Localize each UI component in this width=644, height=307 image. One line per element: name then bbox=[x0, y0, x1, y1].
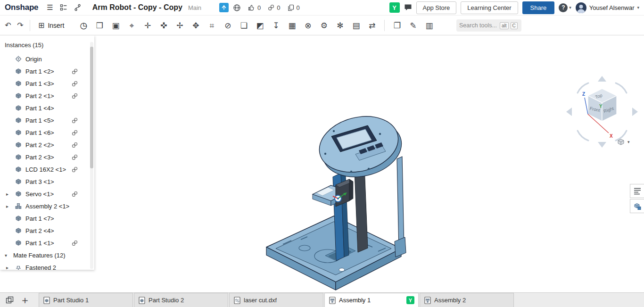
right-panel-parts-toggle[interactable] bbox=[630, 199, 644, 213]
collaborator-badge[interactable]: Y bbox=[389, 2, 400, 13]
like-button[interactable]: 0 bbox=[248, 4, 261, 11]
back-plate-part[interactable] bbox=[395, 157, 406, 257]
list-item[interactable]: Part 2 <4> bbox=[0, 224, 94, 237]
instance-label: Part 1 <1> bbox=[25, 240, 54, 247]
part-icon bbox=[15, 105, 22, 111]
add-tab-button[interactable]: + bbox=[19, 293, 31, 307]
motion-study-icon[interactable]: ✻ bbox=[333, 18, 347, 33]
workspace-name[interactable]: Main bbox=[188, 4, 201, 11]
export-icon[interactable]: ↧ bbox=[269, 18, 283, 33]
instance-label: Part 1 <3> bbox=[25, 80, 54, 87]
tab-assembly-1[interactable]: Assembly 1 Y bbox=[324, 293, 419, 307]
sheet-icon[interactable]: ▥ bbox=[422, 18, 436, 33]
rotate-right-arrow[interactable] bbox=[632, 108, 638, 116]
tab-manager-button[interactable] bbox=[3, 293, 17, 307]
view-options-button[interactable]: ▾ bbox=[616, 137, 630, 147]
section-view-icon[interactable]: ⊘ bbox=[221, 18, 235, 33]
list-item[interactable]: Part 2 <1> bbox=[0, 90, 94, 102]
list-item[interactable]: Part 1 <6> bbox=[0, 126, 94, 139]
mate-connector-icon[interactable]: ⌖ bbox=[124, 18, 139, 33]
link-icon bbox=[72, 166, 78, 173]
instance-label: Part 1 <7> bbox=[25, 215, 54, 222]
appearance-icon[interactable]: ◩ bbox=[253, 18, 267, 33]
panel-scrollbar-thumb[interactable] bbox=[90, 47, 93, 168]
measure-icon[interactable]: ⌗ bbox=[205, 18, 219, 33]
view-cube[interactable]: Top Front Right Z X Y bbox=[563, 73, 644, 151]
rotate-up-arrow[interactable] bbox=[598, 76, 606, 82]
document-panel-icon[interactable] bbox=[60, 4, 67, 11]
swap-instance-icon[interactable]: ⇄ bbox=[365, 18, 379, 33]
list-item[interactable]: Part 1 <1> bbox=[0, 237, 94, 249]
linked-documents-button[interactable]: 0 bbox=[268, 4, 280, 11]
list-item[interactable]: Part 1 <5> bbox=[0, 114, 94, 126]
chevron-down-icon: ▾ bbox=[627, 140, 630, 144]
arm-robot-model[interactable] bbox=[255, 113, 410, 297]
replicate-icon[interactable]: ▣ bbox=[108, 18, 123, 33]
drawing-icon[interactable]: ❐ bbox=[390, 18, 404, 33]
caret-right-icon[interactable]: ▸ bbox=[6, 191, 8, 197]
list-item-fastened[interactable]: ▸ Fastened 2 bbox=[0, 261, 94, 270]
gear-relation-icon[interactable]: ⚙ bbox=[317, 18, 331, 33]
list-item-servo[interactable]: ▸ Servo <1> bbox=[0, 188, 94, 200]
rack-pinion-icon[interactable]: ▤ bbox=[349, 18, 363, 33]
snap-mode-icon[interactable]: ✢ bbox=[173, 18, 187, 33]
insert-button[interactable]: ⊞ Insert bbox=[33, 18, 69, 33]
public-document-icon[interactable] bbox=[233, 4, 241, 12]
tab-part-studio-1[interactable]: Part Studio 1 bbox=[39, 293, 133, 307]
link-icon bbox=[268, 4, 274, 11]
link-icon bbox=[72, 130, 78, 136]
search-tools-box[interactable]: alt C bbox=[456, 19, 521, 32]
rotate-left-arrow[interactable] bbox=[566, 108, 572, 116]
tab-assembly-2[interactable]: Assembly 2 bbox=[420, 293, 514, 307]
servo-bracket-part[interactable] bbox=[313, 179, 353, 207]
main-menu-icon[interactable]: ☰ bbox=[47, 3, 53, 12]
app-store-button[interactable]: App Store bbox=[416, 1, 457, 14]
copies-button[interactable]: 0 bbox=[288, 4, 300, 11]
rotate-down-arrow[interactable] bbox=[598, 142, 606, 148]
chat-icon[interactable] bbox=[404, 4, 412, 11]
onshape-logo[interactable]: Onshape bbox=[5, 3, 38, 12]
interference-icon[interactable]: ⊗ bbox=[301, 18, 315, 33]
list-item-subassembly[interactable]: ▸ Assembly 2 <1> bbox=[0, 200, 94, 212]
head-part[interactable] bbox=[314, 113, 408, 185]
redo-button[interactable]: ↷ bbox=[14, 19, 26, 32]
user-menu-button[interactable]: Yousef Alsenwar ▾ bbox=[576, 2, 639, 13]
caret-right-icon[interactable]: ▸ bbox=[6, 204, 8, 209]
list-item[interactable]: Part 2 <2> bbox=[0, 139, 94, 151]
list-item[interactable]: Part 1 <7> bbox=[0, 212, 94, 224]
share-button[interactable]: Share bbox=[522, 1, 555, 14]
versions-history-icon[interactable] bbox=[74, 4, 81, 11]
rotate-icon[interactable]: ✜ bbox=[157, 18, 171, 33]
markup-icon[interactable]: ✎ bbox=[406, 18, 420, 33]
list-item-origin[interactable]: Origin bbox=[0, 53, 94, 65]
move-icon[interactable]: ✛ bbox=[140, 18, 155, 33]
list-item[interactable]: Part 1 <3> bbox=[0, 77, 94, 90]
collaboration-icon[interactable] bbox=[219, 3, 229, 12]
tab-laser-cut-dxf[interactable]: laser cut.dxf bbox=[229, 293, 323, 307]
mate-icon[interactable]: ◷ bbox=[76, 18, 91, 33]
list-item[interactable]: Part 2 <3> bbox=[0, 151, 94, 163]
mate-features-header[interactable]: ▾ Mate Features (12) bbox=[0, 249, 94, 261]
graphics-viewport[interactable]: Top Front Right Z X Y ▾ bbox=[0, 35, 644, 292]
caret-right-icon[interactable]: ▸ bbox=[6, 265, 8, 270]
list-item[interactable]: Part 1 <2> bbox=[0, 65, 94, 77]
help-menu-button[interactable]: ? ▾ bbox=[559, 3, 571, 12]
shortcut-alt-key: alt bbox=[500, 22, 509, 29]
panel-scrollbar-track[interactable] bbox=[90, 42, 93, 269]
right-panel-list-toggle[interactable] bbox=[630, 184, 644, 198]
explode-icon[interactable]: ✥ bbox=[189, 18, 203, 33]
list-item[interactable]: LCD 16X2 <1> bbox=[0, 163, 94, 175]
tab-part-studio-2[interactable]: Part Studio 2 bbox=[134, 293, 228, 307]
undo-button[interactable]: ↶ bbox=[2, 19, 14, 32]
frame-icon[interactable]: ❏ bbox=[237, 18, 251, 33]
instance-label: Part 1 <6> bbox=[25, 129, 54, 136]
group-icon[interactable]: ❒ bbox=[92, 18, 107, 33]
base-part[interactable] bbox=[266, 216, 401, 290]
list-item[interactable]: Part 3 <1> bbox=[0, 175, 94, 188]
list-item[interactable]: Part 1 <4> bbox=[0, 102, 94, 114]
search-tools-input[interactable] bbox=[459, 22, 498, 29]
bom-icon[interactable]: ▦ bbox=[285, 18, 299, 33]
learning-center-button[interactable]: Learning Center bbox=[461, 1, 518, 14]
document-tab-bar: + Part Studio 1 Part Studio 2 laser cut.… bbox=[0, 292, 644, 307]
caret-down-icon[interactable]: ▾ bbox=[5, 253, 7, 258]
